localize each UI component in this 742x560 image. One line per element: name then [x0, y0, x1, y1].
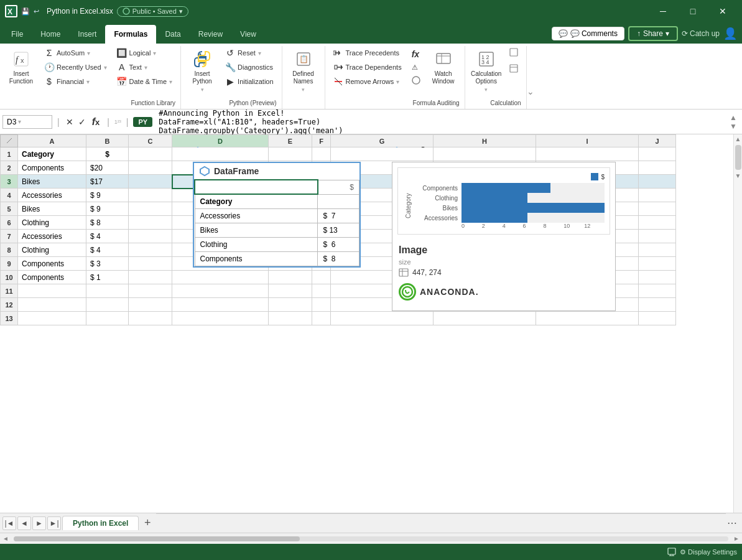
- cell-A7[interactable]: Accessories: [18, 230, 86, 243]
- cell-A13[interactable]: [18, 312, 86, 325]
- logical-btn[interactable]: 🔲 Logical▾: [114, 46, 176, 60]
- tab-options-btn[interactable]: ⋯: [727, 517, 742, 529]
- display-settings-btn[interactable]: ⚙ Display Settings: [667, 548, 737, 556]
- cell-B13[interactable]: [86, 312, 129, 325]
- cell-C1[interactable]: [129, 147, 172, 161]
- cell-B10[interactable]: $ 1: [86, 271, 129, 284]
- cell-D13[interactable]: [172, 312, 269, 325]
- recently-used-btn[interactable]: 🕐 Recently Used▾: [41, 60, 110, 74]
- tab-view[interactable]: View: [231, 25, 265, 44]
- tab-menu-icon[interactable]: ⋯: [727, 517, 737, 529]
- cell-C4[interactable]: [129, 189, 172, 202]
- cell-J2[interactable]: [639, 161, 676, 175]
- cell-J1[interactable]: [639, 147, 676, 161]
- cell-F1[interactable]: [312, 147, 331, 161]
- cell-J3[interactable]: [639, 175, 676, 189]
- trace-precedents-btn[interactable]: Trace Precedents: [330, 46, 405, 60]
- initialization-btn[interactable]: ▶ Initialization: [222, 75, 276, 88]
- cell-C2[interactable]: [129, 161, 172, 175]
- col-header-A[interactable]: A: [18, 135, 86, 147]
- catchup-btn[interactable]: ⟳ Catch up: [682, 29, 720, 38]
- cell-F13[interactable]: [312, 312, 331, 325]
- minimize-btn[interactable]: ─: [649, 0, 677, 22]
- scroll-up-btn[interactable]: ▲: [735, 136, 741, 142]
- cell-B4[interactable]: $ 9: [86, 189, 129, 202]
- tab-insert[interactable]: Insert: [69, 25, 105, 44]
- cell-B8[interactable]: $ 4: [86, 243, 129, 257]
- cell-C5[interactable]: [129, 202, 172, 216]
- cell-J7[interactable]: [639, 230, 676, 243]
- financial-btn[interactable]: $ Financial▾: [41, 75, 110, 88]
- cell-J11[interactable]: [639, 284, 676, 298]
- cancel-formula-btn[interactable]: ✕: [65, 117, 75, 127]
- sheet-last-btn[interactable]: ►|: [47, 516, 61, 530]
- cell-E10[interactable]: [269, 271, 312, 284]
- cell-A3[interactable]: Bikes: [18, 175, 86, 189]
- cell-B6[interactable]: $ 8: [86, 216, 129, 230]
- cell-B7[interactable]: $ 4: [86, 230, 129, 243]
- cell-A11[interactable]: [18, 284, 86, 298]
- evaluate-formula-btn[interactable]: [409, 74, 424, 88]
- col-header-D[interactable]: D: [172, 135, 269, 147]
- cell-J5[interactable]: [639, 202, 676, 216]
- add-sheet-btn[interactable]: +: [140, 516, 155, 531]
- cell-F12[interactable]: [312, 298, 331, 312]
- cell-H13[interactable]: [434, 312, 536, 325]
- sheet-tab-python[interactable]: Python in Excel: [62, 516, 139, 530]
- cell-A9[interactable]: Components: [18, 257, 86, 271]
- cell-F11[interactable]: [312, 284, 331, 298]
- cell-J12[interactable]: [639, 298, 676, 312]
- cell-A1[interactable]: Category: [18, 147, 86, 161]
- cell-C10[interactable]: [129, 271, 172, 284]
- hscroll-thumb[interactable]: [14, 536, 300, 541]
- col-header-G[interactable]: G: [331, 135, 434, 147]
- cell-A10[interactable]: Components: [18, 271, 86, 284]
- cell-A6[interactable]: Clothing: [18, 216, 86, 230]
- maximize-btn[interactable]: □: [679, 0, 707, 22]
- cell-H1[interactable]: [434, 147, 536, 161]
- cell-A5[interactable]: Bikes: [18, 202, 86, 216]
- sheet-prev-btn[interactable]: ◄: [17, 516, 31, 530]
- formula-fn-icon[interactable]: fx: [90, 116, 103, 128]
- cell-I1[interactable]: [536, 147, 639, 161]
- confirm-formula-btn[interactable]: ✓: [77, 117, 87, 127]
- cell-ref-box[interactable]: D3 ▾: [2, 115, 52, 129]
- hscroll-right-btn[interactable]: ►: [731, 535, 742, 542]
- fx-icon-btn[interactable]: fx: [409, 47, 424, 61]
- insert-function-btn[interactable]: f x InsertFunction: [5, 46, 37, 88]
- scroll-thumb[interactable]: [735, 145, 741, 170]
- cell-J4[interactable]: [639, 189, 676, 202]
- cell-D10[interactable]: [172, 271, 269, 284]
- cell-J9[interactable]: [639, 257, 676, 271]
- reset-btn[interactable]: ↺ Reset▾: [222, 46, 276, 60]
- close-btn[interactable]: ✕: [708, 0, 737, 22]
- scroll-down-btn[interactable]: ▼: [735, 172, 741, 179]
- cell-B2[interactable]: $20: [86, 161, 129, 175]
- col-header-C[interactable]: C: [129, 135, 172, 147]
- col-header-F[interactable]: F: [312, 135, 331, 147]
- cell-F10[interactable]: [312, 271, 331, 284]
- calculation-options-btn[interactable]: 1 2 3 4 CalculationOptions▾: [470, 46, 503, 96]
- formula-input[interactable]: #Announcing Python in Excel! DataFrame=x…: [155, 108, 725, 136]
- quick-access-save[interactable]: 💾: [21, 7, 30, 16]
- text-btn[interactable]: A Text▾: [114, 60, 176, 74]
- cell-J8[interactable]: [639, 243, 676, 257]
- vertical-scrollbar[interactable]: ▲ ▼: [733, 134, 742, 513]
- col-header-H[interactable]: H: [434, 135, 536, 147]
- cell-A8[interactable]: Clothing: [18, 243, 86, 257]
- cell-C6[interactable]: [129, 216, 172, 230]
- cell-J10[interactable]: [639, 271, 676, 284]
- cell-J13[interactable]: [639, 312, 676, 325]
- cell-D1[interactable]: [172, 147, 269, 161]
- cell-J6[interactable]: [639, 216, 676, 230]
- cell-D11[interactable]: [172, 284, 269, 298]
- cell-G13[interactable]: [331, 312, 434, 325]
- sheet-next-btn[interactable]: ►: [32, 516, 46, 530]
- cell-C3[interactable]: [129, 175, 172, 189]
- formula-bar-scroll[interactable]: ▲ ▼: [727, 113, 740, 131]
- cell-B1[interactable]: $: [86, 147, 129, 161]
- error-check-btn[interactable]: ⚠: [409, 62, 424, 73]
- tab-review[interactable]: Review: [190, 25, 231, 44]
- cell-B12[interactable]: [86, 298, 129, 312]
- trace-dependents-btn[interactable]: Trace Dependents: [330, 60, 405, 74]
